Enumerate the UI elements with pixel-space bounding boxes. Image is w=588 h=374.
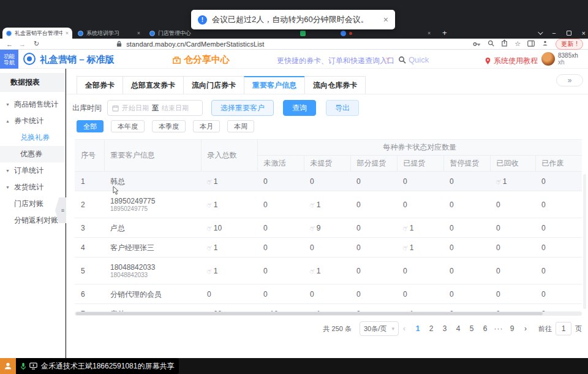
content-tab[interactable]: 流向仓库券卡 bbox=[304, 76, 366, 94]
goto-page-input[interactable] bbox=[556, 322, 571, 335]
count-value: 1 bbox=[214, 177, 218, 186]
count-cell: 0 bbox=[257, 191, 304, 218]
table-row[interactable]: 6分销代理的会员00000000 bbox=[75, 284, 582, 304]
tab-close-icon[interactable]: × bbox=[428, 30, 431, 36]
update-button[interactable]: 更新 ! bbox=[556, 39, 583, 50]
content-tab[interactable]: 重要客户信息 bbox=[244, 76, 304, 94]
new-tab-button[interactable]: + bbox=[442, 28, 447, 37]
count-link-cell[interactable]: ☝1 bbox=[397, 238, 443, 258]
vertical-scrollbar[interactable] bbox=[583, 174, 586, 309]
sidebar-item[interactable]: ▲券卡统计 bbox=[0, 113, 65, 129]
sidebar-item[interactable]: ▼发货统计 bbox=[0, 179, 65, 196]
sidebar-item[interactable]: 分销返利对账 bbox=[0, 212, 65, 229]
window-chevron-icon[interactable] bbox=[538, 29, 543, 34]
page-number[interactable]: 4 bbox=[451, 324, 465, 333]
export-button[interactable]: 导出 bbox=[326, 100, 359, 116]
toast-close-button[interactable]: × bbox=[383, 15, 388, 25]
user-avatar[interactable] bbox=[541, 52, 555, 66]
url-text[interactable]: standard.maboy.cn/CardMemberStatisticsLi… bbox=[126, 40, 264, 48]
content-tab[interactable]: 流向门店券卡 bbox=[183, 76, 244, 94]
window-maximize-button[interactable] bbox=[567, 31, 571, 36]
nav-toggle-line1: 功能 bbox=[4, 53, 15, 59]
date-range-input[interactable]: 开始日期 至 结束日期 bbox=[107, 100, 203, 116]
browser-tab[interactable]: 系统培训学习× bbox=[74, 28, 144, 39]
tab-close-icon[interactable]: × bbox=[66, 30, 69, 36]
count-link-cell[interactable]: ☝9 bbox=[304, 218, 350, 238]
share-center-link[interactable]: 仓分享中心 bbox=[172, 54, 230, 66]
quick-label: Quick bbox=[409, 55, 429, 64]
count-link-cell[interactable]: ☝1 bbox=[201, 191, 257, 218]
quick-range-button[interactable]: 本季度 bbox=[152, 120, 186, 132]
next-page-button[interactable]: › bbox=[520, 324, 531, 333]
table-row[interactable]: 3卢总☝100☝90☝1000 bbox=[75, 218, 582, 238]
col-index: 序号 bbox=[75, 140, 104, 172]
quick-range-button[interactable]: 全部 bbox=[77, 120, 104, 132]
count-link-cell[interactable]: ☝1 bbox=[304, 191, 350, 218]
forward-icon[interactable]: → bbox=[19, 40, 26, 48]
data-table: 序号 重要客户信息 录入总数 每种券卡状态对应数量 未激活 未提货 部分提货 已… bbox=[75, 139, 582, 312]
window-close-button[interactable]: × bbox=[582, 29, 586, 37]
pager-more[interactable]: ··· bbox=[492, 324, 505, 333]
page-number[interactable]: 6 bbox=[478, 324, 492, 333]
content-tab[interactable]: 全部券卡 bbox=[77, 76, 123, 94]
table-row[interactable]: 7唐总☝20☝18☝10☝1000 bbox=[75, 304, 582, 313]
share-icon[interactable] bbox=[501, 39, 508, 48]
count-link-cell[interactable]: ☝1 bbox=[397, 218, 443, 238]
sidebar-item[interactable]: 优惠券 bbox=[0, 146, 65, 162]
page-size-select[interactable]: 30条/页 ▾ bbox=[360, 321, 399, 336]
reload-icon[interactable]: ↻ bbox=[34, 40, 39, 48]
search-button[interactable]: 查询 bbox=[283, 100, 316, 116]
quick-search-link[interactable]: Quick bbox=[398, 55, 429, 64]
app-header: 功能 导航 礼盒营销 – 标准版 仓分享中心 更快捷的券卡、订单和快递查询入口 … bbox=[0, 50, 588, 69]
select-customer-button[interactable]: 选择重要客户 bbox=[211, 100, 274, 116]
table-row[interactable]: 51804884203318048842033☝10☝100000 bbox=[75, 258, 582, 284]
table-row[interactable]: 4客户经理张三☝1000☝1000 bbox=[75, 238, 582, 258]
count-cell: 0 bbox=[443, 172, 490, 191]
sidebar-item[interactable]: ▼商品销售统计 bbox=[0, 96, 65, 113]
zoom-icon[interactable] bbox=[488, 40, 494, 48]
page-number[interactable]: 9 bbox=[505, 324, 519, 333]
count-link-cell[interactable]: ☝1 bbox=[201, 258, 257, 284]
sidebar-item[interactable]: 兑换礼券 bbox=[0, 129, 65, 146]
page-number[interactable]: 2 bbox=[424, 324, 438, 333]
page-number[interactable]: 3 bbox=[438, 324, 451, 333]
count-link-cell[interactable]: ☝1 bbox=[201, 238, 257, 258]
page-number[interactable]: 1 bbox=[411, 324, 424, 333]
quick-range-button[interactable]: 本年度 bbox=[111, 120, 145, 132]
count-link-cell[interactable]: ☝1 bbox=[397, 304, 443, 313]
window-minimize-button[interactable]: − bbox=[552, 29, 556, 37]
key-icon[interactable] bbox=[473, 40, 481, 48]
count-link-cell[interactable]: ☝1 bbox=[201, 172, 257, 191]
count-link-cell[interactable]: ☝20 bbox=[201, 304, 257, 313]
tab-close-icon[interactable]: × bbox=[137, 30, 140, 36]
quick-range-button[interactable]: 本周 bbox=[227, 120, 254, 132]
prev-page-button[interactable]: ‹ bbox=[399, 324, 410, 333]
count-link-cell[interactable]: ☝1 bbox=[304, 304, 350, 313]
count-cell: 0 bbox=[257, 284, 304, 304]
page-number[interactable]: 5 bbox=[465, 324, 478, 333]
back-icon[interactable]: ← bbox=[6, 40, 13, 48]
table-row[interactable]: 21895024977518950249775☝10☝100000 bbox=[75, 191, 582, 218]
count-link-cell[interactable]: ☝1 bbox=[304, 258, 350, 284]
count-cell: 0 bbox=[397, 284, 443, 304]
scrollbar-thumb[interactable] bbox=[76, 312, 543, 315]
content-tab[interactable]: 总部直发券卡 bbox=[123, 76, 183, 94]
browser-tab[interactable]: 礼盒营销平台管理中心× bbox=[2, 28, 72, 39]
count-value: 0 bbox=[356, 267, 361, 275]
bookmark-star-icon[interactable]: ☆ bbox=[514, 40, 521, 48]
sidebar-item[interactable]: ▼订单统计 bbox=[0, 162, 65, 179]
hand-click-icon: ☝ bbox=[308, 267, 315, 276]
count-link-cell[interactable]: ☝18 bbox=[257, 304, 304, 313]
side-panel-icon[interactable] bbox=[527, 40, 535, 48]
expand-pill-button[interactable]: » bbox=[556, 74, 583, 86]
count-link-cell[interactable]: ☝1 bbox=[490, 172, 535, 191]
hand-click-icon: ☝ bbox=[205, 267, 213, 276]
profile-icon[interactable] bbox=[541, 39, 549, 48]
quick-range-button[interactable]: 本月 bbox=[193, 120, 220, 132]
count-link-cell[interactable]: ☝10 bbox=[201, 218, 257, 238]
tutorial-link[interactable]: 系统使用教程 bbox=[484, 56, 538, 66]
horizontal-scrollbar[interactable] bbox=[75, 311, 582, 316]
function-nav-toggle[interactable]: 功能 导航 bbox=[0, 50, 18, 69]
table-row[interactable]: 1韩总☝100000☝10 bbox=[75, 172, 582, 191]
sidebar-item[interactable]: 门店对账 bbox=[0, 196, 65, 212]
